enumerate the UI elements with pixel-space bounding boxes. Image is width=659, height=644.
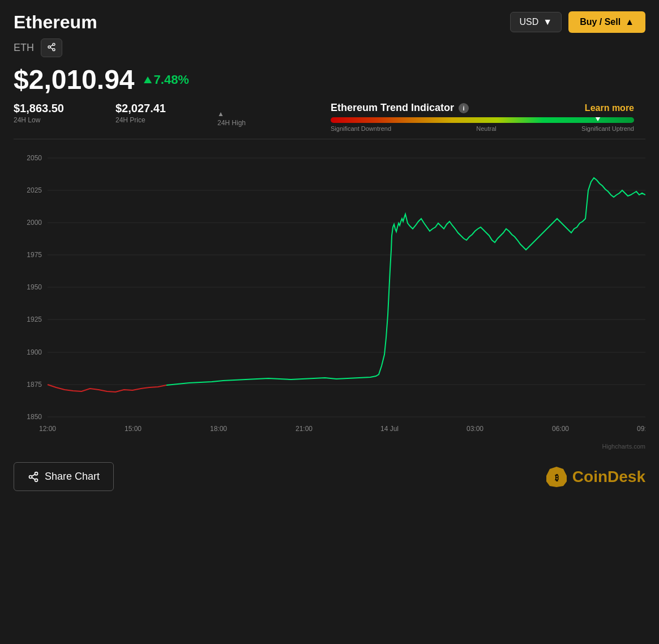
up-arrow-icon — [144, 76, 152, 83]
svg-point-0 — [53, 43, 55, 45]
share-icon-button[interactable] — [41, 39, 62, 57]
svg-text:14 Jul: 14 Jul — [380, 425, 399, 433]
price-stat: $2,027.41 24H Price — [115, 102, 217, 124]
svg-text:1950: 1950 — [27, 283, 42, 291]
stats-row: $1,863.50 24H Low $2,027.41 24H Price ▲ … — [0, 97, 659, 132]
svg-text:1900: 1900 — [27, 348, 42, 356]
low-label: 24H Low — [14, 116, 115, 124]
svg-line-34 — [32, 477, 35, 479]
svg-text:18:00: 18:00 — [210, 425, 227, 433]
trend-header: Ethereum Trend Indicator i Learn more — [331, 102, 634, 114]
coindesk-name: CoinDesk — [572, 468, 645, 486]
coindesk-logo: ₿ CoinDesk — [545, 466, 645, 488]
low-value: $1,863.50 — [14, 102, 115, 115]
red-line — [48, 385, 166, 392]
green-line — [166, 178, 645, 385]
high-stat: ▲ 24H High — [217, 102, 319, 127]
trend-bar — [331, 117, 634, 123]
svg-point-31 — [35, 472, 38, 475]
svg-text:1875: 1875 — [27, 381, 42, 389]
price-change: 7.48% — [144, 72, 189, 87]
page-header: Ethereum USD ▼ Buy / Sell ▲ — [0, 0, 659, 39]
share-chart-icon — [28, 471, 39, 483]
trend-label-right: Significant Uptrend — [581, 125, 634, 132]
share-chart-label: Share Chart — [45, 471, 100, 483]
share-chart-button[interactable]: Share Chart — [14, 462, 114, 491]
svg-text:1925: 1925 — [27, 315, 42, 323]
currency-selector[interactable]: USD ▼ — [510, 12, 562, 32]
high-value: ▲ — [217, 110, 319, 118]
price-row: $2,010.94 7.48% — [0, 62, 659, 97]
coindesk-icon: ₿ — [545, 466, 568, 488]
low-stat: $1,863.50 24H Low — [14, 102, 115, 124]
learn-more-link[interactable]: Learn more — [585, 103, 634, 113]
trend-label-left: Significant Downtrend — [331, 125, 391, 132]
price-24h-value: $2,027.41 — [115, 102, 217, 115]
svg-text:12:00: 12:00 — [39, 425, 56, 433]
svg-text:09:00: 09:00 — [637, 425, 645, 433]
info-icon[interactable]: i — [459, 103, 469, 113]
ticker-symbol: ETH — [14, 42, 34, 54]
svg-point-33 — [35, 479, 38, 481]
svg-point-2 — [53, 49, 55, 51]
svg-line-3 — [50, 48, 53, 49]
svg-text:2000: 2000 — [27, 219, 42, 227]
svg-text:1975: 1975 — [27, 251, 42, 259]
current-price: $2,010.94 — [14, 64, 135, 95]
share-icon — [47, 42, 56, 52]
header-controls: USD ▼ Buy / Sell ▲ — [510, 11, 646, 33]
chart-area: 2050 2025 2000 1975 1950 1925 1900 1875 … — [0, 139, 659, 442]
svg-text:1850: 1850 — [27, 413, 42, 421]
price-24h-label: 24H Price — [115, 116, 217, 124]
svg-point-1 — [48, 46, 50, 48]
svg-line-4 — [50, 45, 53, 46]
high-label: 24H High — [217, 119, 319, 127]
svg-line-35 — [32, 474, 35, 476]
ticker-row: ETH — [0, 39, 659, 62]
dropdown-arrow-icon: ▼ — [543, 17, 552, 27]
svg-text:03:00: 03:00 — [467, 425, 483, 433]
trend-title: Ethereum Trend Indicator i — [331, 102, 469, 114]
svg-text:21:00: 21:00 — [296, 425, 313, 433]
price-chart: 2050 2025 2000 1975 1950 1925 1900 1875 … — [14, 145, 645, 440]
bottom-bar: Share Chart ₿ CoinDesk — [0, 451, 659, 502]
chart-watermark: Highcharts.com — [0, 442, 659, 451]
svg-text:2025: 2025 — [27, 186, 42, 194]
trend-labels: Significant Downtrend Neutral Significan… — [331, 125, 634, 132]
svg-point-32 — [29, 475, 32, 478]
trend-section: Ethereum Trend Indicator i Learn more Si… — [319, 102, 645, 132]
svg-text:15:00: 15:00 — [125, 425, 142, 433]
svg-text:2050: 2050 — [27, 154, 42, 162]
trend-indicator — [594, 117, 601, 121]
svg-text:₿: ₿ — [554, 473, 558, 482]
trend-label-mid: Neutral — [476, 125, 496, 132]
svg-text:06:00: 06:00 — [552, 425, 569, 433]
arrow-icon: ▲ — [625, 17, 634, 27]
currency-value: USD — [520, 17, 539, 27]
change-percent: 7.48% — [154, 72, 189, 87]
coin-name: Ethereum — [14, 12, 97, 33]
buy-sell-button[interactable]: Buy / Sell ▲ — [568, 11, 645, 33]
